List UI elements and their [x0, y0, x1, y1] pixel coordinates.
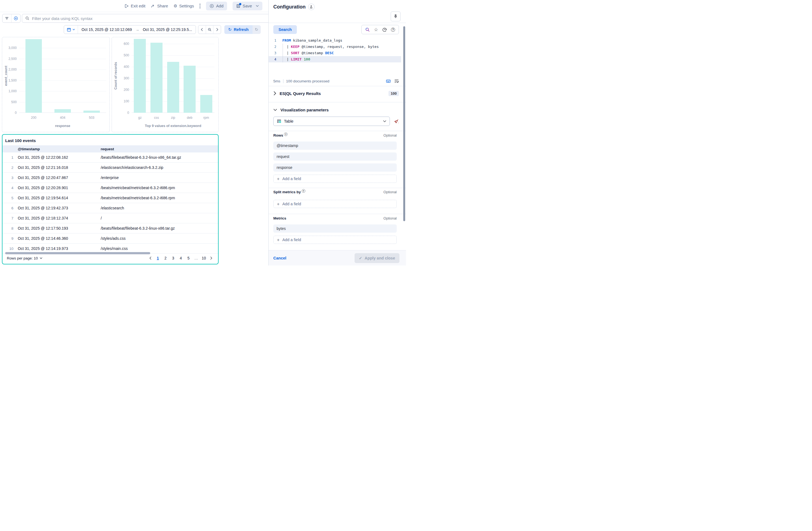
table-row[interactable]: 6Oct 31, 2025 @ 12:19:42.373/elasticsear…: [2, 203, 218, 213]
table-row[interactable]: 5Oct 31, 2025 @ 12:19:54.614/beats/metri…: [2, 193, 218, 203]
table-row[interactable]: 8Oct 31, 2025 @ 12:17:50.193/beats/fileb…: [2, 223, 218, 233]
query-line-2[interactable]: 2 | KEEP @timestamp, request, response, …: [269, 44, 401, 50]
chart-type-select[interactable]: Table: [273, 117, 390, 126]
bar-deb[interactable]: [184, 66, 195, 113]
page-button-1[interactable]: 1: [155, 255, 161, 261]
edit-appearance-button[interactable]: [391, 12, 401, 21]
y-tick-label: 0: [2, 111, 17, 115]
esql-query-editor[interactable]: 1FROM kibana_sample_data_logs2 | KEEP @t…: [269, 37, 401, 62]
add-filter-button[interactable]: [11, 14, 20, 23]
table-row[interactable]: 4Oct 31, 2025 @ 12:20:28.901/beats/metri…: [2, 183, 218, 193]
plus-icon: +: [277, 238, 280, 242]
start-date[interactable]: Oct 15, 2025 @ 12:10:12.069: [82, 27, 132, 32]
table-row[interactable]: 1Oct 31, 2025 @ 12:22:08.162/beats/fileb…: [2, 153, 218, 162]
time-back-button[interactable]: [198, 26, 206, 34]
search-tab[interactable]: Search: [273, 25, 297, 34]
rows-per-page-label: Rows per page: 10: [7, 256, 38, 260]
quick-select-menu[interactable]: [64, 26, 78, 34]
share-label: Share: [157, 3, 168, 8]
apply-and-close-button[interactable]: ✓ Apply and close: [354, 253, 400, 263]
add-field-button[interactable]: +Add a field: [273, 200, 397, 208]
table-row[interactable]: 7Oct 31, 2025 @ 12:18:12.374/: [2, 213, 218, 223]
add-field-label: Add a field: [282, 176, 301, 181]
bar-zip[interactable]: [167, 62, 179, 113]
bar-gz[interactable]: [134, 39, 146, 113]
field-chip-request[interactable]: request: [273, 153, 397, 161]
request-column-header[interactable]: request: [101, 147, 218, 151]
section-header: Rows?Optional: [273, 133, 397, 139]
bar-404[interactable]: [55, 109, 71, 113]
settings-button[interactable]: ⚙ Settings: [173, 3, 194, 9]
last-100-events-panel[interactable]: Last 100 events @timestamp request 1Oct …: [2, 134, 219, 264]
query-line-4[interactable]: 4 | LIMIT 100: [269, 56, 401, 62]
esql-search-icon[interactable]: [365, 27, 370, 32]
timestamp-column-header[interactable]: @timestamp: [18, 147, 101, 151]
query-results-accordion[interactable]: ES|QL Query Results 100: [273, 89, 399, 98]
rows-per-page-button[interactable]: Rows per page: 10: [7, 256, 42, 260]
extension-bar-chart-panel[interactable]: Count of records0100200300400500600gzcss…: [112, 37, 219, 132]
response-bar-chart-panel[interactable]: event_count05001,0001,5002,0002,5003,000…: [2, 37, 110, 132]
bar-css[interactable]: [150, 43, 162, 113]
more-options-button[interactable]: [200, 3, 201, 9]
chart-type-row: Table: [273, 117, 399, 126]
page-button-5[interactable]: 5: [185, 255, 192, 261]
chevron-left-icon: [201, 28, 203, 31]
bar-rpm[interactable]: [200, 95, 212, 113]
table-header: @timestamp request: [2, 145, 218, 153]
page-button-2[interactable]: 2: [162, 255, 169, 261]
timestamp-cell: Oct 31, 2025 @ 12:14:46.360: [18, 236, 101, 241]
clear-visualization-icon[interactable]: [394, 119, 399, 124]
query-line-1[interactable]: 1FROM kibana_sample_data_logs: [269, 37, 401, 44]
table-row[interactable]: 3Oct 31, 2025 @ 12:20:47.867/enterprise: [2, 173, 218, 183]
add-panel-button[interactable]: Add: [206, 2, 227, 10]
table-row[interactable]: 9Oct 31, 2025 @ 12:14:46.360/styles/ads.…: [2, 233, 218, 244]
table-row[interactable]: 2Oct 31, 2025 @ 12:21:16.018/elasticsear…: [2, 162, 218, 173]
filter-menu-button[interactable]: [2, 14, 11, 23]
settings-label: Settings: [179, 3, 194, 8]
bar-503[interactable]: [84, 111, 100, 113]
visualization-parameters-accordion[interactable]: Visualization parameters: [273, 106, 399, 113]
field-chip-timestamp[interactable]: @timestamp: [273, 142, 397, 150]
save-button[interactable]: Save: [233, 2, 262, 10]
page-ellipsis: …: [193, 255, 200, 261]
help-icon[interactable]: ?: [391, 28, 395, 32]
save-icon: [236, 4, 241, 8]
horizontal-scrollbar-thumb[interactable]: [5, 252, 150, 254]
add-field-button[interactable]: +Add a field: [273, 175, 397, 183]
next-page-button[interactable]: [208, 255, 214, 261]
field-chip-response[interactable]: response: [273, 163, 397, 172]
refresh-button[interactable]: ↻ Refresh: [224, 25, 252, 34]
page-button-3[interactable]: 3: [170, 255, 176, 261]
share-button[interactable]: Share: [151, 3, 168, 8]
tech-preview-badge[interactable]: [308, 3, 315, 10]
end-date[interactable]: Oct 31, 2025 @ 12:25:19.5...: [143, 27, 192, 32]
add-field-button[interactable]: +Add a field: [273, 236, 397, 244]
vertical-scrollbar-thumb[interactable]: [403, 26, 405, 221]
page-button-10[interactable]: 10: [201, 255, 207, 261]
table-body: 1Oct 31, 2025 @ 12:22:08.162/beats/fileb…: [2, 153, 218, 254]
query-stats: 5ms 100 documents processed: [273, 79, 399, 84]
time-forward-button[interactable]: [213, 26, 221, 34]
word-wrap-icon[interactable]: [394, 79, 399, 84]
field-chip-bytes[interactable]: bytes: [273, 225, 397, 233]
row-number: 5: [2, 196, 18, 200]
info-icon[interactable]: ?: [302, 189, 305, 193]
time-zoom-out-button[interactable]: [206, 26, 213, 34]
page-button-4[interactable]: 4: [177, 255, 184, 261]
indent-guide: [282, 44, 283, 62]
bar-200[interactable]: [26, 39, 42, 113]
vertical-dots-icon: [200, 3, 201, 9]
query-line-3[interactable]: 3 | SORT @timestamp DESC: [269, 50, 401, 56]
exit-edit-button[interactable]: Exit edit: [125, 3, 145, 8]
y-tick-label: 300: [112, 76, 129, 80]
query-history-icon[interactable]: [382, 27, 387, 32]
query-duration: 5ms: [273, 79, 280, 83]
cancel-button[interactable]: Cancel: [273, 256, 287, 260]
info-icon[interactable]: ?: [284, 132, 288, 136]
starred-queries-icon[interactable]: ☆: [374, 27, 378, 32]
auto-refresh-button[interactable]: ↻: [252, 25, 261, 34]
previous-page-button[interactable]: [147, 255, 154, 261]
row-number: 9: [2, 236, 18, 241]
keyboard-shortcuts-icon[interactable]: [386, 79, 391, 84]
request-cell: /beats/metricbeat/metricbeat-6.3.2-i686.…: [101, 196, 218, 200]
